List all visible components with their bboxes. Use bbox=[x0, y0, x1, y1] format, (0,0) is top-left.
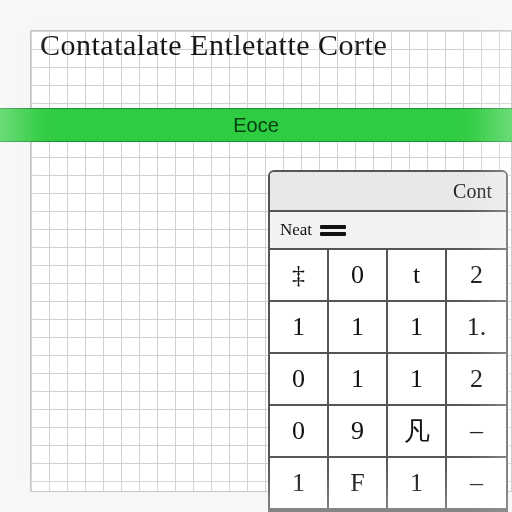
key-2[interactable]: t bbox=[388, 250, 447, 302]
key-11[interactable]: 2 bbox=[447, 354, 506, 406]
key-0[interactable]: ‡ bbox=[270, 250, 329, 302]
key-14[interactable]: 凡 bbox=[388, 406, 447, 458]
key-1[interactable]: 0 bbox=[329, 250, 388, 302]
calculator-panel: Cont Neat ‡ 0 t 2 1 1 1 1. 0 1 1 2 0 9 凡… bbox=[268, 170, 508, 512]
key-8[interactable]: 0 bbox=[270, 354, 329, 406]
page-title: Contatalate Entletatte Corte bbox=[40, 28, 502, 62]
panel-header-label: Cont bbox=[453, 180, 492, 203]
key-7[interactable]: 1. bbox=[447, 302, 506, 354]
key-5[interactable]: 1 bbox=[329, 302, 388, 354]
key-17[interactable]: F bbox=[329, 458, 388, 510]
key-16[interactable]: 1 bbox=[270, 458, 329, 510]
key-15[interactable]: – bbox=[447, 406, 506, 458]
header-bar-label: Eoce bbox=[233, 114, 279, 137]
key-3[interactable]: 2 bbox=[447, 250, 506, 302]
panel-subheader: Neat bbox=[270, 212, 506, 250]
keypad: ‡ 0 t 2 1 1 1 1. 0 1 1 2 0 9 凡 – 1 F 1 – bbox=[270, 250, 506, 510]
key-10[interactable]: 1 bbox=[388, 354, 447, 406]
key-4[interactable]: 1 bbox=[270, 302, 329, 354]
key-9[interactable]: 1 bbox=[329, 354, 388, 406]
menu-icon[interactable] bbox=[320, 225, 346, 236]
key-6[interactable]: 1 bbox=[388, 302, 447, 354]
header-bar: Eoce bbox=[0, 108, 512, 142]
key-19[interactable]: – bbox=[447, 458, 506, 510]
key-13[interactable]: 9 bbox=[329, 406, 388, 458]
panel-header: Cont bbox=[270, 172, 506, 212]
panel-sub-label: Neat bbox=[280, 220, 312, 240]
key-18[interactable]: 1 bbox=[388, 458, 447, 510]
key-12[interactable]: 0 bbox=[270, 406, 329, 458]
